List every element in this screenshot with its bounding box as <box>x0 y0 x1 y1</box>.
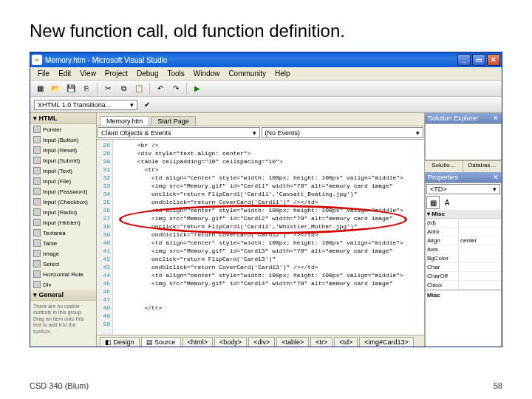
event-combo[interactable]: (No Events)▾ <box>262 127 424 138</box>
alphabetical-icon[interactable]: A <box>440 196 454 209</box>
property-row[interactable]: Char <box>426 263 501 272</box>
save-all-icon[interactable]: ⎘ <box>80 82 93 95</box>
editor-area: Memory.htm Start Page Client Objects & E… <box>97 113 424 347</box>
solution-tab[interactable]: Solutio… <box>425 161 463 172</box>
toolbox-item[interactable]: Textarea <box>30 228 96 238</box>
menu-tools[interactable]: Tools <box>163 69 188 78</box>
menu-file[interactable]: File <box>33 69 54 78</box>
properties-body[interactable]: <TD>▾ ▦ A ▾ Misc (Id)AbbrAligncenterAxis… <box>425 183 502 347</box>
categorized-icon[interactable]: ▦ <box>426 196 440 209</box>
maximize-button[interactable]: ▭ <box>472 54 485 66</box>
document-tabs: Memory.htm Start Page <box>97 113 424 126</box>
toolbox-general-header[interactable]: ▾ General <box>30 290 96 301</box>
hidden-icon <box>33 219 41 226</box>
file-icon <box>33 177 41 185</box>
save-icon[interactable]: 💾 <box>64 82 78 95</box>
text-icon <box>33 167 41 174</box>
toolbox-item[interactable]: Input (Password) <box>30 186 96 197</box>
toolbox-item[interactable]: Horizontal Rule <box>30 269 96 279</box>
breadcrumb-img[interactable]: <img#Card13> <box>359 337 414 347</box>
close-button[interactable]: ✕ <box>487 54 500 66</box>
property-row[interactable]: Class <box>426 281 501 290</box>
toolbox-item[interactable]: Div <box>30 279 96 290</box>
close-panel-icon[interactable]: ✕ <box>493 115 499 122</box>
prop-category[interactable]: ▾ Misc <box>426 210 501 219</box>
property-row[interactable]: Aligncenter <box>426 236 501 245</box>
toolbox-panel: ▾ HTML Pointer Input (Button) Input (Res… <box>30 113 97 347</box>
open-icon[interactable]: 📂 <box>49 82 62 95</box>
copy-icon[interactable]: ⧉ <box>117 82 130 95</box>
new-project-icon[interactable]: ▦ <box>33 82 47 95</box>
slide-title: New function call, old function definiti… <box>30 21 502 41</box>
password-icon <box>33 188 41 195</box>
play-icon[interactable]: ▶ <box>191 82 204 95</box>
paste-icon[interactable]: 📋 <box>132 82 146 95</box>
menu-project[interactable]: Project <box>100 69 132 78</box>
window-title: Memory.htm - Microsoft Visual Studio <box>45 56 457 64</box>
textarea-icon <box>33 229 41 236</box>
checkbox-icon <box>33 198 41 205</box>
undo-icon[interactable]: ↶ <box>154 82 167 95</box>
breadcrumb-table[interactable]: <table> <box>276 337 309 347</box>
property-row[interactable]: BgColor <box>426 254 501 263</box>
footer-page-number: 58 <box>494 381 502 390</box>
toolbox-empty-note: There are no usable controls in this gro… <box>30 301 96 338</box>
property-description: Misc <box>426 290 501 300</box>
design-tab[interactable]: ◧ Design <box>100 337 140 347</box>
toolbox-item[interactable]: Image <box>30 248 96 259</box>
property-object-combo[interactable]: <TD>▾ <box>426 184 500 194</box>
breadcrumb-td[interactable]: <td> <box>334 337 358 347</box>
code-body[interactable]: <br /> <div style="text-align: center"> … <box>113 140 424 335</box>
minimize-button[interactable]: _ <box>457 54 471 66</box>
breadcrumb-div[interactable]: <div> <box>248 337 275 347</box>
right-panels: Solution Explorer✕ Solutio… Databas… Pro… <box>424 113 502 347</box>
toolbox-item[interactable]: Input (Submit) <box>30 155 96 166</box>
toolbox-item[interactable]: Pointer <box>30 124 96 134</box>
property-row[interactable]: Axis <box>426 245 501 254</box>
hr-icon <box>33 270 41 278</box>
object-combo[interactable]: Client Objects & Events▾ <box>98 127 260 138</box>
source-tab[interactable]: ▤ Source <box>141 337 181 347</box>
cut-icon[interactable]: ✂ <box>101 82 115 95</box>
toolbox-item[interactable]: Input (Button) <box>30 134 96 145</box>
toolbox-html-header[interactable]: ▾ HTML <box>30 113 96 124</box>
reset-icon <box>33 146 41 154</box>
pointer-icon <box>33 126 41 133</box>
toolbox-item[interactable]: Input (Radio) <box>30 207 96 217</box>
redo-icon[interactable]: ↷ <box>169 82 183 95</box>
toolbox-item[interactable]: Table <box>30 238 96 248</box>
toolbox-item[interactable]: Input (Text) <box>30 166 96 176</box>
doctype-combo[interactable]: XHTML 1.0 Transitiona...▾ <box>34 100 137 110</box>
property-row[interactable]: CharOff <box>426 272 501 281</box>
image-icon <box>33 250 41 257</box>
vs-app-icon: ∞ <box>32 55 42 65</box>
toolbox-item[interactable]: Input (Hidden) <box>30 217 96 228</box>
property-row[interactable]: Abbr <box>426 228 501 236</box>
breadcrumb-tr[interactable]: <tr> <box>310 337 332 347</box>
tab-startpage[interactable]: Start Page <box>151 116 196 126</box>
menu-window[interactable]: Window <box>189 69 225 78</box>
menu-view[interactable]: View <box>75 69 100 78</box>
menu-edit[interactable]: Edit <box>54 69 75 78</box>
menu-community[interactable]: Community <box>224 69 270 78</box>
breadcrumb-html[interactable]: <html> <box>183 337 214 347</box>
div-icon <box>33 281 41 288</box>
solution-explorer-body[interactable] <box>425 123 502 160</box>
view-tabs: ◧ Design ▤ Source <html> <body> <div> <t… <box>97 335 424 347</box>
close-panel-icon[interactable]: ✕ <box>493 174 499 181</box>
breadcrumb-body[interactable]: <body> <box>214 337 247 347</box>
properties-header[interactable]: Properties✕ <box>425 172 502 183</box>
property-row[interactable]: (Id) <box>426 219 501 228</box>
database-tab[interactable]: Databas… <box>463 161 502 172</box>
toolbox-item[interactable]: Input (Reset) <box>30 145 96 155</box>
menu-debug[interactable]: Debug <box>132 69 163 78</box>
menubar: File Edit View Project Debug Tools Windo… <box>30 67 502 81</box>
toolbox-item[interactable]: Input (File) <box>30 176 96 186</box>
validate-icon[interactable]: ✔ <box>140 98 154 112</box>
toolbox-item[interactable]: Input (Checkbox) <box>30 197 96 207</box>
toolbox-item[interactable]: Select <box>30 259 96 269</box>
menu-help[interactable]: Help <box>270 69 295 78</box>
tab-memory[interactable]: Memory.htm <box>100 116 149 126</box>
solution-explorer-header[interactable]: Solution Explorer✕ <box>425 113 502 123</box>
code-editor[interactable]: 2829303132333435363738394041424344454647… <box>97 140 424 335</box>
